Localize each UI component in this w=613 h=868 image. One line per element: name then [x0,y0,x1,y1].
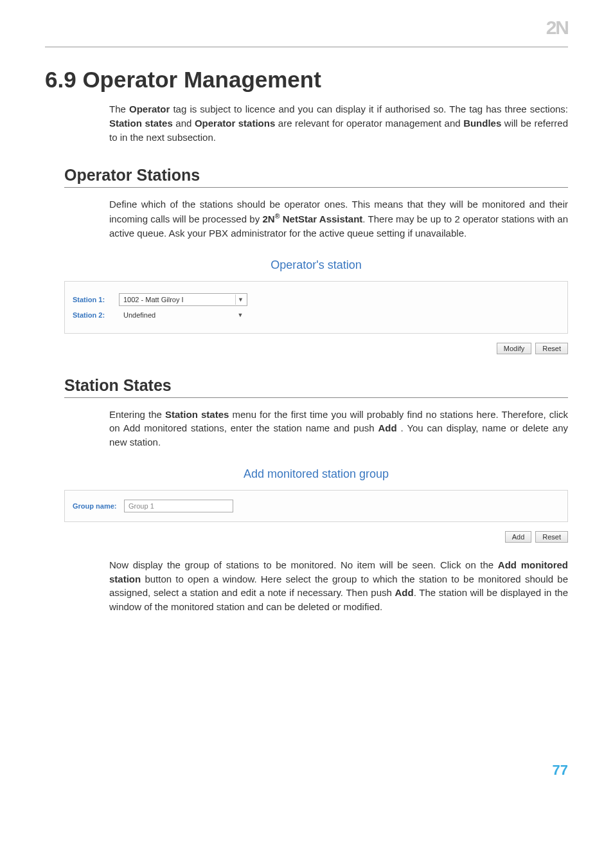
add-monitored-group-buttons: Add Reset [64,531,568,543]
text-bold: Station states [109,118,173,129]
operators-station-buttons: Modify Reset [64,343,568,354]
page-number: 77 [45,762,568,779]
text: are relevant for operator management and [275,118,463,129]
page-title: 6.9 Operator Management [45,67,568,93]
operator-stations-paragraph: Define which of the stations should be o… [109,197,568,240]
station1-row: Station 1: 1002 - Matt Gilroy I ▼ [73,293,560,306]
text: tag is subject to licence and you can di… [170,104,568,114]
station2-value: Undefined [123,311,155,319]
intro-paragraph: The Operator tag is subject to licence a… [109,102,568,144]
text-bold: Add [395,587,414,598]
divider [64,187,568,188]
chevron-down-icon: ▼ [235,294,245,305]
station1-select[interactable]: 1002 - Matt Gilroy I ▼ [119,293,247,306]
text-bold: Operator [129,104,170,114]
brand-logo: 2N [546,17,568,39]
chevron-down-icon: ▼ [235,310,245,320]
group-name-label: Group name: [73,502,124,510]
text: Entering the [109,409,165,420]
text-bold: Operator stations [195,118,275,129]
heading-operator-stations: Operator Stations [64,166,568,185]
text-bold: 2N® NetStar Assistant [262,213,362,224]
station2-row: Station 2: Undefined ▼ [73,309,560,321]
reset-button[interactable]: Reset [535,531,568,543]
add-button[interactable]: Add [505,531,532,543]
station1-label: Station 1: [73,296,119,303]
text: Now display the group of stations to be … [109,559,498,570]
station-states-paragraph-2: Now display the group of stations to be … [109,558,568,614]
top-divider [45,46,568,48]
group-name-value: Group 1 [129,502,154,510]
text: The [109,104,129,114]
modify-button[interactable]: Modify [497,343,531,354]
text-bold: Add [378,422,397,433]
add-monitored-group-panel: Group name: Group 1 [64,490,568,522]
text-bold: Bundles [463,118,501,129]
operators-station-panel: Station 1: 1002 - Matt Gilroy I ▼ Statio… [64,281,568,334]
panel-title-add-monitored-group: Add monitored station group [64,467,568,481]
divider [64,397,568,398]
panel-title-operators-station: Operator's station [64,258,568,272]
text-bold: Station states [165,409,229,420]
reset-button[interactable]: Reset [535,343,568,354]
text: and [173,118,195,129]
heading-station-states: Station States [64,376,568,395]
station-states-paragraph-1: Entering the Station states menu for the… [109,408,568,449]
station1-value: 1002 - Matt Gilroy I [123,296,184,303]
station2-select[interactable]: Undefined ▼ [119,309,247,321]
group-name-input[interactable]: Group 1 [124,500,233,512]
group-name-row: Group name: Group 1 [73,500,560,512]
station2-label: Station 2: [73,311,119,319]
